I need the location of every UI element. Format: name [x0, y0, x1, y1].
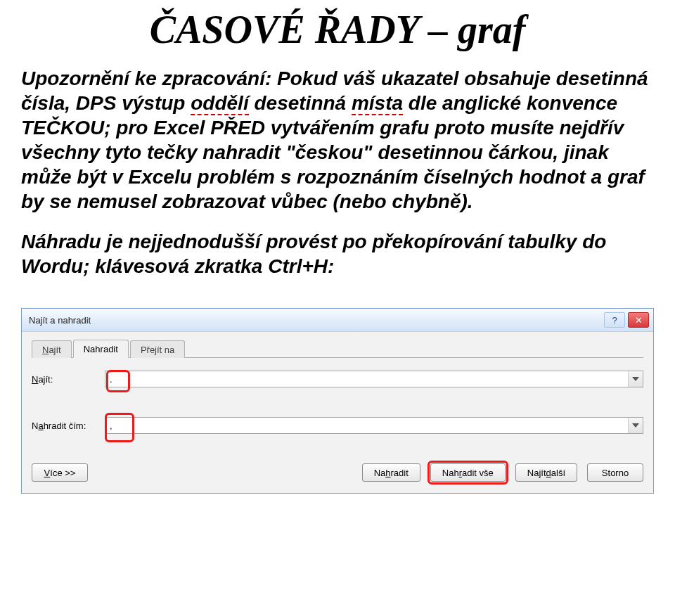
- find-label: Najít:: [32, 374, 105, 385]
- help-button[interactable]: ?: [604, 312, 625, 328]
- tab-find[interactable]: Najít: [32, 340, 72, 358]
- cancel-button[interactable]: Storno: [587, 463, 643, 482]
- replace-button[interactable]: Nahradit: [362, 463, 420, 482]
- replace-row: Nahradit čím:: [32, 392, 643, 438]
- paragraph-warning: Upozornění ke zpracování: Pokud váš ukaz…: [21, 66, 654, 214]
- tab-replace[interactable]: Nahradit: [73, 340, 129, 358]
- dialog-title: Najít a nahradit: [29, 315, 91, 326]
- tab-find-rest: ajít: [49, 345, 60, 355]
- find-next-button[interactable]: Najít další: [515, 463, 577, 482]
- find-row: Najít:: [32, 358, 643, 392]
- tab-goto[interactable]: Přejít na: [130, 340, 185, 358]
- find-replace-dialog: Najít a nahradit ? ✕ Najít Nahradit Přej…: [21, 308, 654, 494]
- replace-dropdown-button[interactable]: [628, 418, 643, 433]
- replace-all-button[interactable]: Nahradit vše: [430, 463, 506, 482]
- dialog-titlebar[interactable]: Najít a nahradit ? ✕: [22, 309, 653, 332]
- chevron-down-icon: [632, 377, 639, 381]
- replace-input[interactable]: [105, 417, 643, 434]
- chevron-down-icon: [632, 423, 639, 428]
- find-input[interactable]: [105, 371, 643, 387]
- find-dropdown-button[interactable]: [628, 371, 643, 387]
- paragraph-tip: Náhradu je nejjednodušší provést po přek…: [21, 229, 654, 278]
- more-button[interactable]: Více >>: [32, 463, 88, 482]
- dialog-tabs: Najít Nahradit Přejít na: [32, 339, 643, 358]
- replace-label: Nahradit čím:: [32, 421, 105, 431]
- close-button[interactable]: ✕: [628, 312, 649, 328]
- page-title: ČASOVÉ ŘADY – graf: [21, 7, 654, 52]
